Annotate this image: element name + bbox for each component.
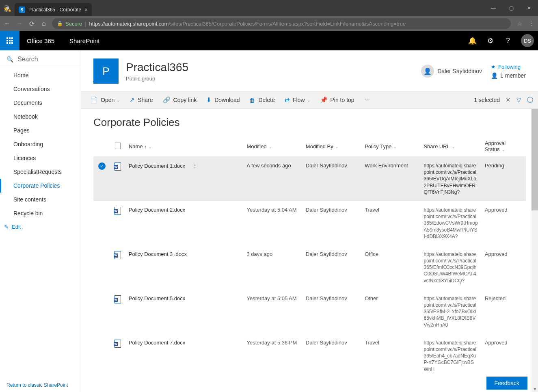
settings-icon[interactable]: ⚙ bbox=[481, 31, 499, 50]
select-all-header[interactable] bbox=[93, 136, 110, 157]
file-name[interactable]: Policy Document 1.docx bbox=[129, 163, 185, 169]
nav-item-onboarding[interactable]: Onboarding bbox=[0, 137, 81, 151]
vertical-scrollbar[interactable]: ▾ bbox=[532, 109, 538, 392]
link-icon: 🔗 bbox=[163, 96, 171, 104]
bookmark-icon[interactable]: ☆ bbox=[517, 20, 523, 27]
file-name[interactable]: Policy Document 7.docx bbox=[129, 340, 185, 346]
reload-button[interactable]: ⟳ bbox=[28, 20, 36, 28]
search-placeholder: Search bbox=[17, 56, 38, 63]
nav-item-corporate-policies[interactable]: Corporate Policies bbox=[0, 179, 81, 193]
nav-item-notebook[interactable]: Notebook bbox=[0, 110, 81, 123]
site-subtitle: Public group bbox=[126, 76, 188, 82]
table-row[interactable]: Policy Document 2.docxYesterday at 5:04 … bbox=[93, 201, 526, 245]
address-bar: ← → ⟳ ⌂ 🔒 Secure | https://automateiq.sh… bbox=[0, 16, 538, 31]
forward-button[interactable]: → bbox=[15, 20, 24, 27]
user-icon: 👤 bbox=[421, 65, 434, 78]
share-button[interactable]: ↗Share bbox=[125, 91, 157, 108]
url-input[interactable]: 🔒 Secure | https://automateiq.sharepoint… bbox=[52, 18, 511, 29]
maximize-button[interactable]: ▢ bbox=[502, 0, 520, 16]
approval-cell: Pending bbox=[482, 157, 526, 201]
modifiedby-header[interactable]: Modified By⌄ bbox=[302, 136, 361, 157]
minimize-button[interactable]: — bbox=[484, 0, 502, 16]
return-classic-link[interactable]: Return to classic SharePoint bbox=[0, 378, 81, 392]
shareurl-header[interactable]: Share URL⌄ bbox=[420, 136, 482, 157]
approval-header[interactable]: Approval Status⌄ bbox=[482, 136, 526, 157]
home-button[interactable]: ⌂ bbox=[40, 20, 48, 27]
modifiedby-cell[interactable]: Daler Sayfiddinov bbox=[302, 201, 361, 245]
chevron-down-icon: ⌄ bbox=[149, 145, 152, 149]
o365-suite-bar: Office 365 SharePoint 🔔 ⚙ ? DS bbox=[0, 31, 538, 50]
shareurl-cell[interactable]: https://automateiq.sharepoint.com/:w:/s/… bbox=[420, 245, 482, 290]
modified-header[interactable]: Modified⌄ bbox=[244, 136, 302, 157]
back-button[interactable]: ← bbox=[3, 20, 11, 27]
nav-item-licences[interactable]: Licences bbox=[0, 151, 81, 165]
row-more-button[interactable]: ⋮ bbox=[190, 162, 200, 169]
app-title[interactable]: SharePoint bbox=[62, 37, 107, 44]
name-header[interactable]: Name↑⌄ bbox=[125, 136, 244, 157]
members-button[interactable]: 👤 1 member bbox=[491, 72, 526, 79]
file-name[interactable]: Policy Document 3 .docx bbox=[129, 251, 187, 257]
modifiedby-cell[interactable]: Daler Sayfiddinov bbox=[302, 290, 361, 334]
nav-item-conversations[interactable]: Conversations bbox=[0, 82, 81, 96]
modifiedby-cell[interactable]: Daler Sayfiddinov bbox=[302, 334, 361, 378]
edit-nav-button[interactable]: ✎ Edit bbox=[0, 220, 81, 234]
word-doc-icon bbox=[115, 340, 121, 348]
notifications-icon[interactable]: 🔔 bbox=[463, 31, 481, 50]
table-row[interactable]: Policy Document 7.docxYesterday at 5:36 … bbox=[93, 334, 526, 378]
close-window-button[interactable]: ✕ bbox=[520, 0, 538, 16]
info-icon[interactable]: ⓘ bbox=[527, 96, 533, 104]
pin-button[interactable]: 📌Pin to top bbox=[316, 91, 359, 108]
table-row[interactable]: ✓Policy Document 1.docx ⋮A few seconds a… bbox=[93, 157, 526, 201]
suite-title[interactable]: Office 365 bbox=[19, 37, 62, 44]
file-name[interactable]: Policy Document 2.docx bbox=[129, 207, 185, 213]
search-icon: 🔍 bbox=[6, 56, 13, 63]
nav-item-specialistrequests[interactable]: SpecialistRequests bbox=[0, 165, 81, 179]
shareurl-cell[interactable]: https://automateiq.sharepoint.com/:w:/s/… bbox=[420, 334, 482, 378]
browser-tab[interactable]: S Practical365 - Corporate × bbox=[15, 3, 92, 16]
policytype-cell: Work Environment bbox=[361, 157, 420, 201]
open-button[interactable]: 📄Open⌄ bbox=[86, 91, 124, 108]
scroll-down-icon[interactable]: ▾ bbox=[532, 386, 538, 392]
flow-icon: ⇄ bbox=[285, 96, 290, 104]
modifiedby-cell[interactable]: Daler Sayfiddinov bbox=[302, 157, 361, 201]
nav-item-site-contents[interactable]: Site contents bbox=[0, 193, 81, 206]
file-name[interactable]: Policy Document 5.docx bbox=[129, 295, 185, 301]
site-logo[interactable]: P bbox=[93, 58, 119, 84]
follow-button[interactable]: ★ Following bbox=[491, 64, 526, 70]
approval-cell: Approved bbox=[482, 245, 526, 290]
chevron-down-icon: ⌄ bbox=[117, 98, 120, 102]
delete-button[interactable]: 🗑Delete bbox=[245, 91, 279, 108]
help-icon[interactable]: ? bbox=[499, 31, 517, 50]
modified-cell: Yesterday at 5:36 PM bbox=[244, 334, 302, 378]
more-actions-button[interactable]: ⋯ bbox=[360, 91, 374, 108]
search-input[interactable]: 🔍 Search bbox=[0, 50, 81, 68]
shareurl-cell[interactable]: https://automateiq.sharepoint.com/:w:/s/… bbox=[420, 201, 482, 245]
download-button[interactable]: ⬇Download bbox=[202, 91, 244, 108]
nav-item-pages[interactable]: Pages bbox=[0, 123, 81, 137]
table-row[interactable]: Policy Document 5.docxYesterday at 5:05 … bbox=[93, 290, 526, 334]
flow-button[interactable]: ⇄Flow⌄ bbox=[281, 91, 314, 108]
filter-icon[interactable]: ▽ bbox=[516, 96, 521, 104]
type-header[interactable] bbox=[110, 136, 125, 157]
close-tab-icon[interactable]: × bbox=[84, 6, 88, 13]
browser-menu-icon[interactable]: ⋮ bbox=[529, 20, 535, 27]
approval-cell: Approved bbox=[482, 334, 526, 378]
table-row[interactable]: Policy Document 3 .docx3 days agoDaler S… bbox=[93, 245, 526, 290]
shareurl-cell[interactable]: https://automateiq.sharepoint.com/:w:/s/… bbox=[420, 290, 482, 334]
selected-check-icon[interactable]: ✓ bbox=[98, 162, 106, 170]
copy-link-button[interactable]: 🔗Copy link bbox=[159, 91, 201, 108]
nav-item-home[interactable]: Home bbox=[0, 68, 81, 82]
clear-selection-button[interactable]: ✕ bbox=[506, 96, 511, 104]
scrollbar-thumb[interactable] bbox=[532, 109, 538, 210]
site-title[interactable]: Practical365 bbox=[126, 61, 188, 74]
feedback-button[interactable]: Feedback bbox=[486, 377, 527, 390]
nav-item-documents[interactable]: Documents bbox=[0, 96, 81, 110]
policytype-header[interactable]: Policy Type⌄ bbox=[361, 136, 420, 157]
shareurl-cell[interactable]: https://automateiq.sharepoint.com/:w:/s/… bbox=[420, 157, 482, 201]
nav-item-recycle-bin[interactable]: Recycle bin bbox=[0, 206, 81, 220]
app-launcher-button[interactable] bbox=[0, 31, 19, 50]
download-icon: ⬇ bbox=[206, 96, 212, 104]
user-avatar[interactable]: DS bbox=[521, 34, 534, 47]
sharepoint-favicon: S bbox=[19, 6, 25, 13]
modifiedby-cell[interactable]: Daler Sayfiddinov bbox=[302, 245, 361, 290]
